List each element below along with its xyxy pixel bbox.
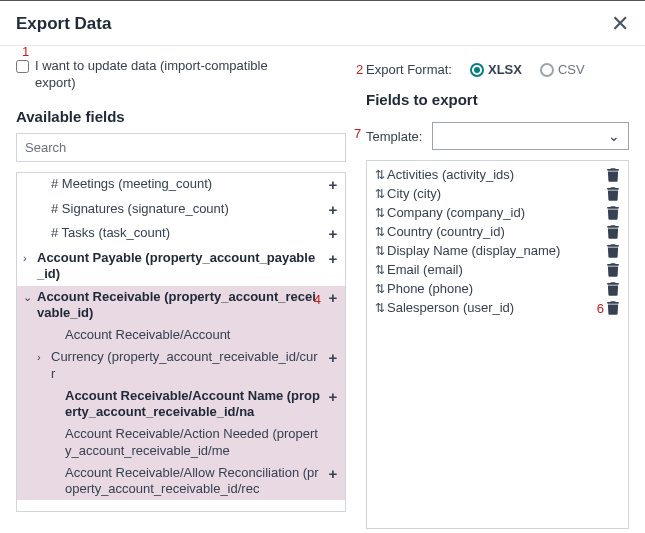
chevron-right-icon[interactable]: › — [23, 250, 37, 266]
tree-item[interactable]: ›Currency (property_account_receivable_i… — [17, 346, 345, 385]
update-data-checkbox[interactable] — [16, 60, 29, 73]
modal-title: Export Data — [16, 14, 111, 34]
caret-placeholder — [37, 201, 51, 203]
export-field-item[interactable]: ⇅City (city) — [367, 184, 628, 203]
tree-item-label: # Signatures (signature_count) — [51, 201, 325, 217]
export-field-item[interactable]: ⇅Email (email) — [367, 260, 628, 279]
drag-handle-icon[interactable]: ⇅ — [375, 225, 383, 239]
tree-item-label: Account Receivable (property_account_rec… — [37, 289, 325, 322]
annotation-2: 2 — [356, 62, 363, 77]
add-field-icon[interactable]: + — [325, 465, 341, 484]
tree-item-label: Account Receivable/Allow Reconciliation … — [65, 465, 325, 498]
format-csv-label: CSV — [558, 62, 585, 77]
radio-unchecked-icon — [540, 63, 554, 77]
drag-handle-icon[interactable]: ⇅ — [375, 206, 383, 220]
right-column: 2 Export Format: XLSX CSV Fields to expo… — [366, 52, 629, 529]
drag-handle-icon[interactable]: ⇅ — [375, 263, 383, 277]
trash-icon[interactable] — [606, 263, 620, 277]
caret-placeholder — [51, 426, 65, 428]
export-field-item[interactable]: ⇅Company (company_id) — [367, 203, 628, 222]
export-data-modal: Export Data ✕ 1 I want to update data (i… — [0, 0, 645, 533]
caret-placeholder — [51, 465, 65, 467]
export-field-item[interactable]: ⇅Phone (phone) — [367, 279, 628, 298]
tree-item[interactable]: ›Account Payable (property_account_payab… — [17, 247, 345, 286]
tree-item-label: Account Receivable/Action Needed (proper… — [65, 426, 325, 459]
search-input[interactable] — [16, 133, 346, 162]
drag-handle-icon[interactable]: ⇅ — [375, 301, 383, 315]
export-field-label: Salesperson (user_id) — [387, 300, 606, 315]
add-field-icon[interactable]: + — [325, 349, 341, 368]
fields-to-export-list: 5 6 ⇅Activities (activity_ids)⇅City (cit… — [366, 160, 629, 529]
export-field-item[interactable]: ⇅Display Name (display_name) — [367, 241, 628, 260]
export-format-row: 2 Export Format: XLSX CSV — [366, 52, 629, 85]
format-option-xlsx[interactable]: XLSX — [470, 62, 522, 77]
update-data-row: 1 I want to update data (import-compatib… — [16, 52, 346, 102]
caret-placeholder — [51, 388, 65, 390]
available-fields-tree[interactable]: 3 4 # Meetings (meeting_count)+# Signatu… — [16, 172, 346, 512]
tree-item-label: # Meetings (meeting_count) — [51, 176, 325, 192]
radio-checked-icon — [470, 63, 484, 77]
add-field-icon[interactable]: + — [325, 176, 341, 195]
template-label: Template: — [366, 129, 422, 144]
tree-item-label: Account Receivable/Account — [65, 327, 325, 343]
add-field-icon[interactable]: + — [325, 201, 341, 220]
tree-item[interactable]: Account Receivable/Allow Reconciliation … — [17, 462, 345, 501]
tree-item[interactable]: Account Receivable/Action Needed (proper… — [17, 423, 345, 462]
chevron-down-icon: ⌄ — [608, 128, 620, 144]
tree-item[interactable]: # Meetings (meeting_count)+ — [17, 173, 345, 198]
tree-item[interactable]: ⌄Account Receivable (property_account_re… — [17, 286, 345, 325]
trash-icon[interactable] — [606, 244, 620, 258]
tree-item[interactable]: Account Receivable/Account — [17, 324, 345, 346]
add-field-icon[interactable]: + — [325, 388, 341, 407]
export-field-label: City (city) — [387, 186, 606, 201]
tree-item-label: # Tasks (task_count) — [51, 225, 325, 241]
update-data-label: I want to update data (import-compatible… — [35, 58, 285, 92]
export-field-label: Phone (phone) — [387, 281, 606, 296]
add-field-icon[interactable]: + — [325, 289, 341, 308]
add-field-icon[interactable]: + — [325, 225, 341, 244]
format-xlsx-label: XLSX — [488, 62, 522, 77]
tree-item[interactable]: Account Receivable/Account Name (propert… — [17, 385, 345, 424]
left-column: 1 I want to update data (import-compatib… — [16, 52, 346, 529]
modal-header: Export Data ✕ — [0, 1, 645, 46]
annotation-1: 1 — [22, 46, 29, 59]
drag-handle-icon[interactable]: ⇅ — [375, 282, 383, 296]
trash-icon[interactable] — [606, 168, 620, 182]
tree-item-label: Currency (property_account_receivable_id… — [51, 349, 325, 382]
tree-item[interactable]: # Tasks (task_count)+ — [17, 222, 345, 247]
tree-item-label: Account Receivable/Account Name (propert… — [65, 388, 325, 421]
modal-body: 1 I want to update data (import-compatib… — [0, 46, 645, 529]
export-field-item[interactable]: ⇅Activities (activity_ids) — [367, 165, 628, 184]
caret-placeholder — [37, 225, 51, 227]
export-format-label: Export Format: — [366, 62, 452, 77]
drag-handle-icon[interactable]: ⇅ — [375, 168, 383, 182]
fields-to-export-heading: Fields to export — [366, 91, 629, 108]
caret-placeholder — [51, 327, 65, 329]
drag-handle-icon[interactable]: ⇅ — [375, 244, 383, 258]
export-field-label: Country (country_id) — [387, 224, 606, 239]
trash-icon[interactable] — [606, 301, 620, 315]
trash-icon[interactable] — [606, 282, 620, 296]
export-field-item[interactable]: ⇅Country (country_id) — [367, 222, 628, 241]
chevron-right-icon[interactable]: › — [37, 349, 51, 365]
chevron-down-icon[interactable]: ⌄ — [23, 289, 37, 305]
available-fields-heading: Available fields — [16, 108, 346, 125]
export-field-label: Activities (activity_ids) — [387, 167, 606, 182]
template-row: 7 Template: ⌄ — [366, 122, 629, 150]
drag-handle-icon[interactable]: ⇅ — [375, 187, 383, 201]
tree-item-label: Account Payable (property_account_payabl… — [37, 250, 325, 283]
annotation-7: 7 — [354, 126, 361, 141]
trash-icon[interactable] — [606, 225, 620, 239]
caret-placeholder — [37, 176, 51, 178]
template-select[interactable]: ⌄ — [432, 122, 629, 150]
format-option-csv[interactable]: CSV — [540, 62, 585, 77]
export-field-label: Company (company_id) — [387, 205, 606, 220]
add-field-icon[interactable]: + — [325, 250, 341, 269]
export-field-label: Email (email) — [387, 262, 606, 277]
trash-icon[interactable] — [606, 206, 620, 220]
trash-icon[interactable] — [606, 187, 620, 201]
close-icon[interactable]: ✕ — [611, 13, 629, 35]
export-field-label: Display Name (display_name) — [387, 243, 606, 258]
export-field-item[interactable]: ⇅Salesperson (user_id) — [367, 298, 628, 317]
tree-item[interactable]: # Signatures (signature_count)+ — [17, 198, 345, 223]
